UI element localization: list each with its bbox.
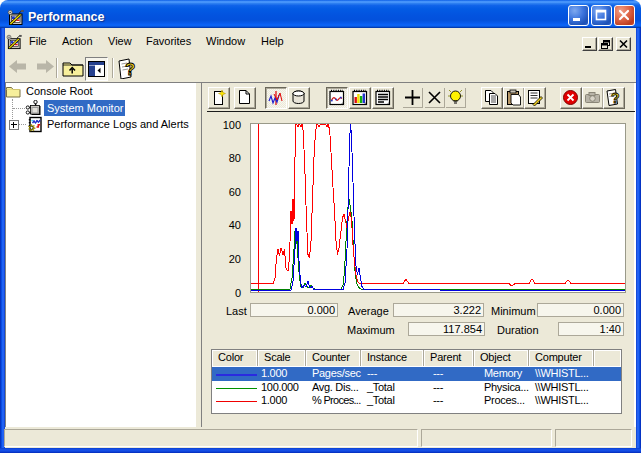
svg-text:?: ? xyxy=(125,60,135,79)
svg-text:?: ? xyxy=(611,90,620,106)
